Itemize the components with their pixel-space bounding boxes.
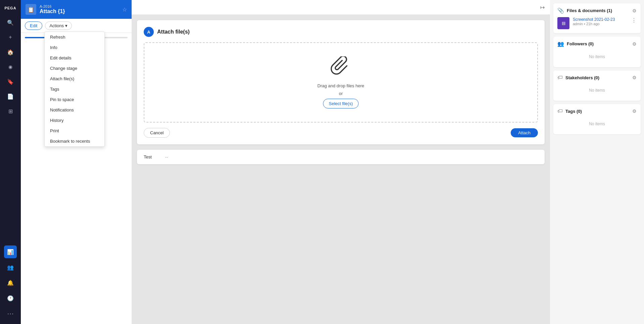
menu-item-notifications[interactable]: Notifications [45,105,104,115]
file-item: ▤ Screenshot 2021-02-23 admin • 21h ago … [557,17,637,29]
followers-widget-title: Followers (0) [567,41,594,46]
attach-panel: A Attach file(s) Drag and drop files her… [137,20,545,144]
people-icon[interactable]: 👥 [4,261,17,274]
drop-zone[interactable]: Drag and drop files here or Select file(… [144,42,538,123]
menu-item-pin-to-space[interactable]: Pin to space [45,94,104,105]
tags-icon: 🏷 [557,108,563,114]
expand-icon[interactable]: ↦ [540,4,545,10]
case-icon: 📋 [26,4,36,15]
case-title-area: A-2016 Attach {1} [40,4,119,14]
followers-icon: 👥 [557,41,564,47]
stakeholders-icon: 🏷 [557,75,563,81]
tags-widget-header: 🏷 Tags (0) ⚙ [557,108,637,114]
case-toolbar: Edit Actions ▾ Refresh Info Edit details… [21,19,132,33]
stakeholders-no-items: No items [557,84,637,97]
menu-item-attach-files[interactable]: Attach file(s) [45,74,104,84]
case-star[interactable]: ☆ [122,6,127,13]
attach-footer: Cancel Attach [144,128,538,138]
file-author: admin [573,22,583,26]
paperclip-icon [151,56,531,81]
file-thumbnail: ▤ [557,17,569,29]
paperclip-small-icon: 📎 [557,7,564,14]
tags-gear-icon[interactable]: ⚙ [632,108,637,114]
test-value: -- [165,154,168,159]
file-name[interactable]: Screenshot 2021-02-23 [573,17,628,22]
case-header: 📋 A-2016 Attach {1} ☆ [21,0,132,19]
tags-no-items: No items [557,118,637,130]
files-gear-icon[interactable]: ⚙ [632,8,637,13]
bookmark-icon[interactable]: 🔖 [4,75,17,88]
attach-button[interactable]: Attach [511,128,538,137]
followers-gear-icon[interactable]: ⚙ [632,41,637,47]
pega-logo: PEGA [3,3,17,13]
followers-no-items: No items [557,50,637,63]
file-meta: admin • 21h ago [573,22,628,26]
case-id: A-2016 [40,4,119,8]
file-info: Screenshot 2021-02-23 admin • 21h ago [573,17,628,26]
menu-item-change-stage[interactable]: Change stage [45,63,104,74]
file-dot-separator: • [584,22,586,26]
test-label: Test [144,154,152,159]
chevron-down-icon: ▾ [65,23,67,28]
files-widget-header: 📎 Files & documents (1) ⚙ [557,7,637,14]
cancel-button[interactable]: Cancel [144,128,170,138]
files-widget: 📎 Files & documents (1) ⚙ ▤ Screenshot 2… [553,3,641,33]
actions-button[interactable]: Actions ▾ [45,21,72,30]
more-icon[interactable]: ⋯ [4,307,17,320]
test-row: Test -- [144,154,538,159]
menu-item-edit-details[interactable]: Edit details [45,53,104,63]
pages-icon[interactable]: 📄 [4,90,17,103]
stakeholders-widget-title-row: 🏷 Stakeholders (0) [557,75,599,81]
search-icon[interactable]: 🔍 [4,16,17,29]
test-section: Test -- [137,150,545,164]
case-panel: 📋 A-2016 Attach {1} ☆ Edit Actions ▾ Ref… [21,0,132,324]
menu-item-info[interactable]: Info [45,42,104,53]
menu-item-tags[interactable]: Tags [45,84,104,94]
file-type-icon: ▤ [562,21,565,26]
file-options-icon[interactable]: ⋮ [631,17,637,24]
home-icon[interactable]: 🏠 [4,46,17,58]
main-content: ↦ A Attach file(s) Drag and drop files h… [132,0,550,324]
add-icon[interactable]: + [4,31,17,44]
top-bar: ↦ [132,0,550,15]
grid-icon[interactable]: ⊞ [4,105,17,118]
select-files-button[interactable]: Select file(s) [323,99,359,108]
or-text: or [151,91,531,96]
followers-widget: 👥 Followers (0) ⚙ No items [553,37,641,67]
pulse-icon[interactable]: ◉ [4,60,17,73]
notifications-icon[interactable]: 🔔 [4,276,17,289]
menu-item-bookmark-recents[interactable]: Bookmark to recents [45,136,104,146]
tags-widget-title-row: 🏷 Tags (0) [557,108,582,114]
stakeholders-widget-header: 🏷 Stakeholders (0) ⚙ [557,75,637,81]
files-widget-title: Files & documents (1) [567,8,612,13]
drop-zone-text: Drag and drop files here [151,83,531,88]
attach-avatar: A [144,27,154,37]
actions-dropdown: Refresh Info Edit details Change stage A… [44,32,105,147]
followers-widget-title-row: 👥 Followers (0) [557,41,594,47]
actions-label: Actions [49,23,64,28]
right-panel: 📎 Files & documents (1) ⚙ ▤ Screenshot 2… [550,0,644,324]
file-time-ago: 21h ago [586,22,600,26]
stakeholders-widget: 🏷 Stakeholders (0) ⚙ No items [553,71,641,101]
history-icon[interactable]: 🕐 [4,292,17,305]
menu-item-refresh[interactable]: Refresh [45,32,104,42]
tags-widget-title: Tags (0) [565,109,582,114]
attach-panel-title: Attach file(s) [157,29,190,35]
sidebar-nav: PEGA 🔍 + 🏠 ◉ 🔖 📄 ⊞ 📊 👥 🔔 🕐 ⋯ [0,0,21,324]
files-widget-title-row: 📎 Files & documents (1) [557,7,612,14]
followers-widget-header: 👥 Followers (0) ⚙ [557,41,637,47]
menu-item-history[interactable]: History [45,115,104,126]
stakeholders-widget-title: Stakeholders (0) [565,75,599,80]
menu-item-print[interactable]: Print [45,126,104,136]
attach-panel-header: A Attach file(s) [144,27,538,37]
stakeholders-gear-icon[interactable]: ⚙ [632,75,637,80]
case-title: Attach {1} [40,8,119,14]
tags-widget: 🏷 Tags (0) ⚙ No items [553,104,641,134]
chart-icon[interactable]: 📊 [4,245,17,258]
edit-button[interactable]: Edit [25,21,42,30]
